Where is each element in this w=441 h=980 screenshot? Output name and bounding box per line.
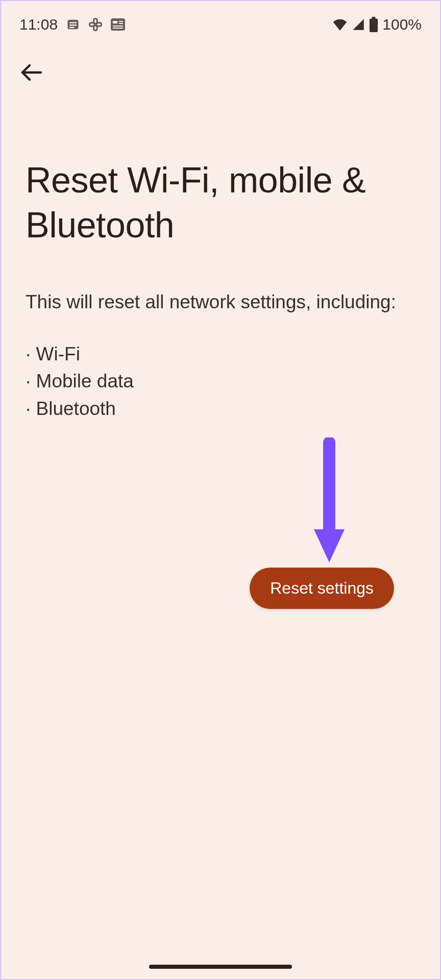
- svg-rect-8: [113, 26, 123, 27]
- status-time: 11:08: [19, 16, 58, 33]
- svg-rect-10: [370, 18, 378, 32]
- news-icon: [111, 18, 125, 31]
- svg-rect-11: [372, 17, 376, 19]
- svg-rect-5: [113, 21, 117, 23]
- battery-percentage: 100%: [382, 16, 422, 33]
- bullet-item-bluetooth: Bluetooth: [26, 395, 415, 423]
- description-text: This will reset all network settings, in…: [26, 288, 415, 316]
- status-bar: 11:08: [1, 1, 440, 42]
- cellular-signal-icon: [352, 18, 365, 31]
- page-title: Reset Wi-Fi, mobile & Bluetooth: [1, 97, 440, 258]
- svg-rect-2: [69, 24, 77, 26]
- bullet-item-wifi: Wi-Fi: [26, 340, 415, 368]
- battery-icon: [369, 17, 378, 32]
- status-bar-right: 100%: [332, 16, 422, 33]
- content-area: This will reset all network settings, in…: [1, 258, 440, 433]
- bullet-list: Wi-Fi Mobile data Bluetooth: [26, 340, 415, 423]
- svg-rect-6: [119, 21, 123, 22]
- svg-rect-9: [113, 28, 123, 29]
- navigation-handle[interactable]: [149, 965, 292, 969]
- svg-rect-1: [69, 22, 77, 23]
- messages-icon: [66, 17, 80, 32]
- status-bar-left: 11:08: [19, 16, 125, 33]
- annotation-arrow-icon: [309, 437, 350, 567]
- reset-settings-button[interactable]: Reset settings: [250, 568, 394, 609]
- wifi-icon: [332, 18, 348, 31]
- svg-marker-14: [314, 529, 345, 562]
- button-container: Reset settings: [250, 568, 394, 609]
- back-button[interactable]: [19, 60, 44, 85]
- bullet-item-mobile-data: Mobile data: [26, 368, 415, 395]
- pinwheel-icon: [88, 17, 103, 32]
- toolbar: [1, 42, 440, 97]
- svg-rect-7: [119, 23, 123, 24]
- svg-rect-4: [111, 18, 125, 31]
- svg-rect-3: [69, 27, 74, 28]
